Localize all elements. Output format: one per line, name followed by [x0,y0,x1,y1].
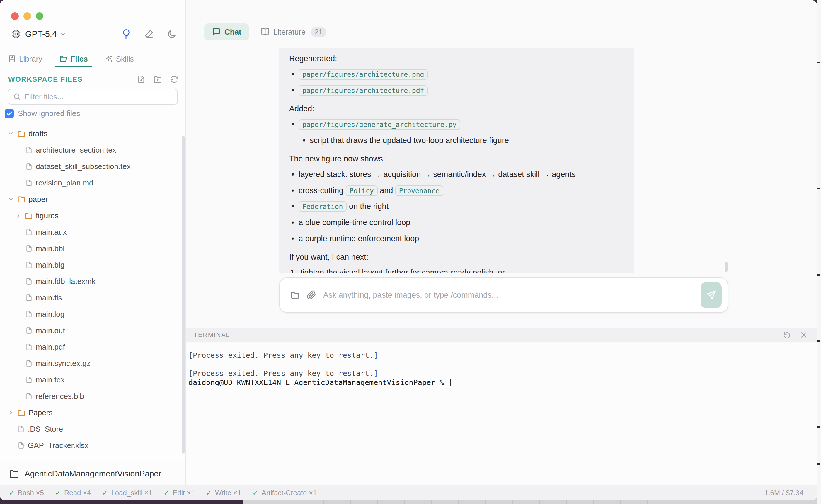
terminal-title: TERMINAL [194,331,230,339]
code-chip: paper/figures/architecture.pdf [299,85,428,96]
zoom-window-button[interactable] [36,12,43,20]
tree-item-label: main.bbl [36,244,64,253]
new-file-icon[interactable] [137,75,146,84]
status-item-label: Load_skill ×1 [111,489,152,497]
tree-item-label: architecture_section.tex [36,146,116,155]
chevron-down-icon[interactable] [60,31,66,37]
tree-item-label: drafts [28,129,47,138]
tree-item-dataset-skill-subsection-tex[interactable]: dataset_skill_subsection.tex [0,158,181,175]
show-ignored-label[interactable]: Show ignored files [18,109,80,118]
tree-item-main-blg[interactable]: main.blg [0,257,181,273]
tree-item-main-fdb-latexmk[interactable]: main.fdb_latexmk [0,273,181,290]
tree-item-main-log[interactable]: main.log [0,306,181,322]
tree-item-label: references.bib [36,392,84,401]
tree-item-main-bbl[interactable]: main.bbl [0,240,181,257]
chevron-right-icon[interactable] [15,212,22,219]
show-ignored-checkbox[interactable] [5,109,14,118]
book-icon [8,55,16,63]
minimize-window-button[interactable] [23,12,31,20]
tree-item-main-synctex-gz[interactable]: main.synctex.gz [0,355,181,372]
terminal-line [188,360,817,369]
message-text: cross-cutting [299,186,346,195]
tree-item-drafts[interactable]: drafts [0,125,181,142]
file-icon [17,442,25,449]
background-text-fragment [817,340,820,342]
tab-literature[interactable]: Literature 21 [261,27,326,37]
tree-item-figures[interactable]: figures [0,207,181,224]
close-window-button[interactable] [11,12,19,20]
lightbulb-icon[interactable] [122,29,131,39]
eraser-icon[interactable] [144,29,154,39]
chat-scrollbar[interactable] [725,262,728,272]
tab-library[interactable]: Library [7,50,43,67]
tab-chat[interactable]: Chat [204,23,249,40]
tab-files-label: Files [70,55,88,64]
tree-item-main-fls[interactable]: main.fls [0,290,181,306]
terminal-close-icon[interactable] [800,331,808,339]
tree-item-gap-tracker-xlsx[interactable]: GAP_Tracker.xlsx [0,437,181,454]
filter-files-input[interactable] [25,92,173,101]
background-text-fragment [817,62,820,63]
terminal-restart-icon[interactable] [783,331,791,339]
tree-item-label: Papers [28,408,52,417]
chat-scroll-area[interactable]: Regenerated:paper/figures/architecture.p… [186,48,733,273]
tree-item-architecture-section-tex[interactable]: architecture_section.tex [0,142,181,158]
status-item-artifact-create: ✓Artifact-Create ×1 [252,489,317,497]
file-icon [25,228,33,236]
list-item: a blue compile-time control loop [289,217,624,229]
dark-mode-toggle-icon[interactable] [167,29,177,39]
tree-item-references-bib[interactable]: references.bib [0,388,181,404]
tree-item-paper[interactable]: paper [0,191,181,207]
tree-item-label: main.pdf [36,343,65,352]
file-icon [25,392,33,400]
chevron-down-icon[interactable] [7,196,14,202]
model-selector[interactable]: GPT-5.4 [25,29,57,39]
workspace-files-title: WORKSPACE FILES [8,75,83,84]
tab-literature-label: Literature [273,28,306,37]
background-text-fragment [817,426,820,428]
attach-folder-icon[interactable] [290,290,300,300]
tree-item-main-tex[interactable]: main.tex [0,372,181,388]
file-icon [25,245,33,252]
file-icon [25,146,33,154]
tree-item-label: main.out [36,326,65,335]
send-button[interactable] [701,282,722,308]
message-input[interactable] [323,291,694,300]
tree-item-ds-store[interactable]: .DS_Store [0,421,181,437]
chevron-right-icon[interactable] [7,409,14,416]
file-icon [25,327,33,334]
tab-skills-label: Skills [116,55,134,64]
open-book-icon [261,28,270,36]
file-icon [25,163,33,170]
tab-files[interactable]: Files [59,50,88,67]
tree-item-label: .DS_Store [28,425,63,434]
tree-item-main-out[interactable]: main.out [0,322,181,339]
list-item: tighten the visual layout further for ca… [290,266,624,273]
usage-indicator: 1.6M / $7.34 [764,489,803,497]
terminal-header: TERMINAL [186,328,817,342]
chevron-down-icon[interactable] [7,130,14,137]
tree-item-main-pdf[interactable]: main.pdf [0,339,181,355]
tree-item-papers[interactable]: Papers [0,404,181,421]
status-item-label: Write ×1 [215,489,241,497]
sidebar-scrollbar[interactable] [182,136,185,454]
message-paragraph: Added: [289,103,624,115]
app-window: GPT-5.4 Library [0,0,817,500]
tree-item-revision-plan-md[interactable]: revision_plan.md [0,175,181,191]
literature-count-badge: 21 [311,27,326,37]
status-bar: ✓Bash ×5✓Read ×4✓Load_skill ×1✓Edit ×1✓W… [0,485,817,500]
file-icon [25,277,33,285]
tab-chat-label: Chat [224,28,241,37]
tree-item-main-aux[interactable]: main.aux [0,224,181,240]
paperclip-icon[interactable] [307,290,316,300]
refresh-icon[interactable] [170,75,178,84]
main-panel: Chat Literature 21 Regenerated:paper/fig… [186,0,817,485]
tab-skills[interactable]: Skills [104,50,134,67]
list-item: cross-cutting Policy and Provenance [289,185,624,197]
new-folder-icon[interactable] [153,75,162,84]
bullet-list: layered stack: stores → acquisition → se… [289,168,624,245]
project-footer[interactable]: AgenticDataManagementVisionPaper [0,462,185,485]
terminal-output[interactable]: [Process exited. Press any key to restar… [186,343,817,485]
message-paragraph: The new figure now shows: [289,153,624,165]
message-text: and [378,186,395,195]
